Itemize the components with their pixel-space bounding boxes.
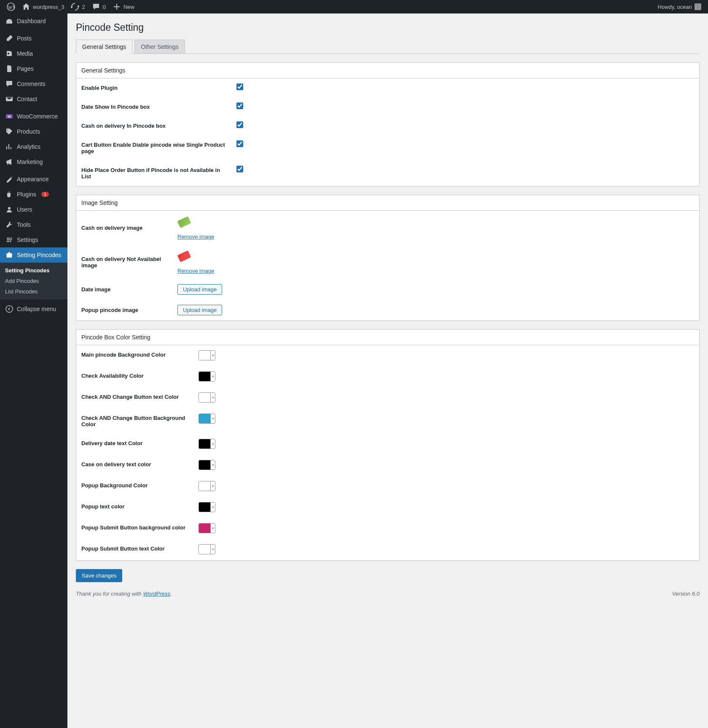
label-cod-image: Cash on delivery image <box>76 211 173 245</box>
label-date-show: Date Show In Pincode box <box>76 97 232 116</box>
page-title: Pincode Setting <box>76 22 700 33</box>
submenu-setting-pincodes[interactable]: Setting Pincodes <box>0 265 67 276</box>
svg-point-5 <box>10 241 11 242</box>
checkbox-hide-order[interactable] <box>236 166 243 172</box>
color-check-avail[interactable]: ▾ <box>198 371 215 381</box>
label-check-btn-bg-color: Check AND Change Button Background Color <box>76 408 194 434</box>
updates[interactable]: 2 <box>67 0 88 13</box>
label-cod-text-color: Case on delivery text color <box>76 455 194 476</box>
svg-text:W: W <box>8 115 11 118</box>
collapse-menu[interactable]: Collapse menu <box>0 301 67 317</box>
upload-date-image[interactable]: Upload image <box>177 284 222 295</box>
label-submit-bg-color: Popup Submit Button background color <box>76 518 194 539</box>
sidebar-item-analytics[interactable]: Analytics <box>0 139 67 154</box>
sidebar-item-comments[interactable]: Comments <box>0 76 67 91</box>
plugins-badge: 1 <box>41 192 49 197</box>
nav-tabs: General Settings Other Settings <box>76 40 700 54</box>
label-popup-image: Popup pincode image <box>76 300 173 320</box>
color-setting-header: Pincode Box Color Setting <box>76 330 699 345</box>
label-main-bg-color: Main pincode Background Color <box>76 345 194 366</box>
label-cod-box: Cash on delivery In Pincode box <box>76 116 232 135</box>
sidebar-item-settings[interactable]: Settings <box>0 232 67 247</box>
svg-point-6 <box>6 306 13 312</box>
sidebar-item-pages[interactable]: Pages <box>0 61 67 76</box>
color-delivery-date[interactable]: ▾ <box>198 439 215 449</box>
sidebar-item-dashboard[interactable]: Dashboard <box>0 13 67 29</box>
label-date-image: Date image <box>76 279 173 300</box>
general-settings-box: General Settings Enable Plugin Date Show… <box>76 62 700 186</box>
color-main-bg[interactable]: ▾ <box>198 350 215 360</box>
footer-version: Version 6.0 <box>672 591 700 597</box>
tab-general-settings[interactable]: General Settings <box>76 40 132 54</box>
label-cart-button: Cart Button Enable Diable pincode wise S… <box>76 135 232 161</box>
svg-point-3 <box>8 207 11 210</box>
image-setting-header: Image Setting <box>76 195 699 211</box>
remove-cod-image[interactable]: Remove image <box>177 234 695 240</box>
sidebar-item-woocommerce[interactable]: WWooCommerce <box>0 109 67 124</box>
checkbox-cart-button[interactable] <box>236 140 243 147</box>
sidebar-item-marketing[interactable]: Marketing <box>0 154 67 169</box>
submenu-list-pincodes[interactable]: List Pincodes <box>0 286 67 297</box>
new-content[interactable]: New <box>109 0 138 13</box>
label-delivery-date-color: Delivery date text Color <box>76 434 194 455</box>
footer-wp-link[interactable]: WordPress <box>143 591 170 597</box>
wp-logo[interactable] <box>3 0 19 13</box>
label-check-btn-text-color: Check AND Change Button text Color <box>76 387 194 408</box>
label-hide-order: Hide Place Order Button if Pincode is no… <box>76 161 232 186</box>
avatar-icon <box>695 3 701 10</box>
sidebar-item-contact[interactable]: Contact <box>0 91 67 107</box>
label-cod-na-image: Cash on delivery Not Availabel image <box>76 245 173 279</box>
admin-sidebar: Dashboard Posts Media Pages Comments Con… <box>0 13 67 728</box>
svg-point-4 <box>11 238 12 239</box>
image-setting-box: Image Setting Cash on delivery imageRemo… <box>76 195 700 321</box>
sidebar-item-setting-pincodes[interactable]: Setting Pincodes <box>0 247 67 263</box>
color-submit-bg[interactable]: ▾ <box>198 523 215 533</box>
setting-pincodes-submenu: Setting Pincodes Add Pincodes List Pinco… <box>0 263 67 299</box>
site-name[interactable]: wordpress_3 <box>19 0 67 13</box>
tab-other-settings[interactable]: Other Settings <box>134 40 185 54</box>
checkbox-date-show[interactable] <box>236 102 243 109</box>
admin-bar: wordpress_3 2 0 New Howdy, ocean <box>0 0 708 13</box>
save-changes-button[interactable]: Save changes <box>76 569 122 582</box>
remove-cod-na-image[interactable]: Remove image <box>177 268 695 274</box>
sidebar-item-posts[interactable]: Posts <box>0 31 67 46</box>
sidebar-item-products[interactable]: Products <box>0 124 67 139</box>
footer-thanks: Thank you for creating with <box>76 591 143 597</box>
label-popup-text-color: Popup text color <box>76 497 194 518</box>
color-check-btn-bg[interactable]: ▾ <box>198 414 215 424</box>
color-check-btn-text[interactable]: ▾ <box>198 392 215 403</box>
my-account[interactable]: Howdy, ocean <box>654 0 705 13</box>
sidebar-item-tools[interactable]: Tools <box>0 217 67 232</box>
sidebar-item-appearance[interactable]: Appearance <box>0 172 67 187</box>
sidebar-item-users[interactable]: Users <box>0 202 67 217</box>
label-check-avail-color: Check Availability Color <box>76 366 194 387</box>
color-cod-text[interactable]: ▾ <box>198 460 215 470</box>
color-setting-box: Pincode Box Color Setting Main pincode B… <box>76 329 700 561</box>
sidebar-item-media[interactable]: Media <box>0 46 67 61</box>
cod-image-preview <box>177 218 191 232</box>
checkbox-cod-box[interactable] <box>236 121 243 128</box>
cod-na-image-preview <box>177 253 191 266</box>
color-popup-text[interactable]: ▾ <box>198 502 215 512</box>
main-content: Pincode Setting General Settings Other S… <box>67 13 708 728</box>
label-submit-text-color: Popup Submit Button text Color <box>76 539 194 560</box>
color-submit-text[interactable]: ▾ <box>198 544 215 554</box>
footer: Thank you for creating with WordPress. V… <box>76 582 700 601</box>
checkbox-enable-plugin[interactable] <box>236 83 243 90</box>
general-settings-header: General Settings <box>76 63 699 78</box>
label-enable-plugin: Enable Plugin <box>76 78 232 97</box>
submenu-add-pincodes[interactable]: Add Pincodes <box>0 276 67 286</box>
color-popup-bg[interactable]: ▾ <box>198 481 215 491</box>
upload-popup-image[interactable]: Upload image <box>177 305 222 315</box>
sidebar-item-plugins[interactable]: Plugins1 <box>0 187 67 202</box>
label-popup-bg-color: Popup Background Color <box>76 476 194 497</box>
comments-count[interactable]: 0 <box>88 0 109 13</box>
